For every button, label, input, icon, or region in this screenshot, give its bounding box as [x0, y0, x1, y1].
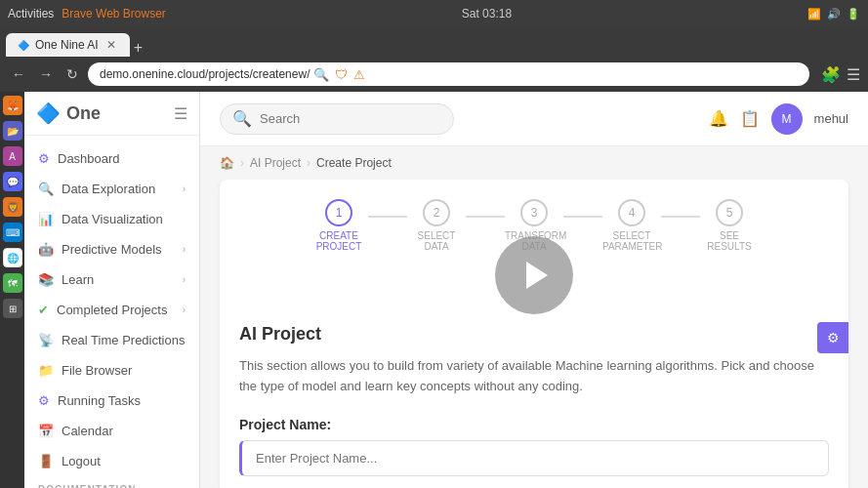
forward-button[interactable]: → [35, 64, 57, 84]
new-tab-button[interactable]: + [130, 39, 146, 57]
os-appstore-icon[interactable]: A [3, 146, 22, 166]
address-bar[interactable]: demo.onenine.cloud/projects/createnew/ 🔍… [88, 62, 809, 86]
step-circle-1: 1 [325, 199, 352, 226]
os-chrome-icon[interactable]: 🌐 [3, 248, 22, 267]
back-button[interactable]: ← [8, 64, 29, 84]
step-2[interactable]: 2 SELECT DATA [407, 199, 466, 252]
step-4[interactable]: 4 SELECT PARAMETER [602, 199, 661, 252]
activities-label[interactable]: Activities [8, 7, 54, 20]
settings-icon: ⚙ [827, 330, 840, 346]
address-text: demo.onenine.cloud/projects/createnew/ [100, 67, 310, 81]
hamburger-menu[interactable]: ☰ [174, 104, 187, 123]
dashboard-label: Dashboard [58, 151, 120, 166]
documentation-section-label: DOCUMENTATION [24, 476, 199, 488]
content-card: 1 CREATE PROJECT 2 SELECT DATA [220, 180, 848, 488]
step-connector-4 [661, 216, 700, 218]
sidebar-item-running-tasks[interactable]: ⚙ Running Tasks [24, 386, 199, 416]
step-number-4: 4 [629, 206, 636, 220]
step-label-5: SEE RESULTS [700, 230, 759, 252]
step-connector-1 [368, 216, 407, 218]
network-icon: 📶 [807, 8, 821, 20]
sidebar-item-completed-projects[interactable]: ✔ Completed Projects › [24, 295, 199, 325]
sidebar-item-file-browser[interactable]: 📁 File Browser [24, 355, 199, 386]
breadcrumb-create-project: Create Project [316, 156, 392, 170]
breadcrumb: 🏠 › AI Project › Create Project [200, 146, 868, 180]
running-tasks-icon: ⚙ [38, 393, 50, 408]
dashboard-icon: ⚙ [38, 151, 50, 166]
play-button[interactable] [495, 236, 573, 314]
content-area: 🔍 🔔 📋 M mehul 🏠 › AI Project › [200, 92, 868, 488]
step-circle-3: 3 [520, 199, 548, 226]
os-maps-icon[interactable]: 🗺 [3, 273, 22, 293]
project-name-input[interactable] [239, 440, 829, 476]
calendar-label: Calendar [62, 424, 113, 438]
bell-button[interactable]: 🔔 [709, 109, 728, 128]
os-grid-icon[interactable]: ⊞ [3, 299, 22, 318]
breadcrumb-ai-project[interactable]: AI Project [250, 156, 301, 170]
floating-settings-button[interactable]: ⚙ [817, 322, 848, 353]
file-browser-label: File Browser [62, 363, 132, 378]
step-label-2: SELECT DATA [407, 230, 466, 252]
shield-icon: 🛡 [335, 67, 348, 82]
breadcrumb-sep-1: › [240, 156, 244, 170]
tab-close-button[interactable]: ✕ [104, 38, 118, 52]
sidebar-item-logout[interactable]: 🚪 Logout [24, 446, 199, 476]
search-input[interactable] [260, 111, 441, 126]
os-vscode-icon[interactable]: ⌨ [3, 223, 22, 242]
step-label-1: CREATE PROJECT [310, 230, 368, 252]
app-header: 🔍 🔔 📋 M mehul [200, 92, 868, 146]
os-firefox-icon[interactable]: 🦊 [3, 96, 22, 115]
content-wrapper: 1 CREATE PROJECT 2 SELECT DATA [220, 180, 848, 488]
step-number-3: 3 [531, 206, 538, 220]
app-sidebar: 🔷 One ☰ ⚙ Dashboard 🔍 Data Exploration ›… [24, 92, 200, 488]
system-topbar: Activities Brave Web Browser Sat 03:18 📶… [0, 0, 868, 27]
step-circle-4: 4 [618, 199, 645, 226]
browser-right-icons: 🧩 ☰ [821, 65, 860, 84]
refresh-button[interactable]: ↻ [62, 64, 82, 84]
extension-icon[interactable]: 🧩 [821, 65, 841, 84]
step-circle-2: 2 [423, 199, 450, 226]
bell-icon: 🔔 [709, 110, 728, 127]
breadcrumb-sep-2: › [307, 156, 310, 170]
os-sidebar: 🦊 📂 A 💬 🦁 ⌨ 🌐 🗺 ⊞ [0, 92, 24, 488]
running-tasks-label: Running Tasks [58, 393, 141, 408]
step-5[interactable]: 5 SEE RESULTS [700, 199, 759, 252]
menu-icon[interactable]: ☰ [847, 65, 860, 84]
sidebar-item-calendar[interactable]: 📅 Calendar [24, 416, 199, 446]
address-bar-icons: 🔍 🛡 ⚠ [313, 67, 365, 82]
home-icon[interactable]: 🏠 [220, 156, 234, 170]
logout-icon: 🚪 [38, 454, 54, 468]
project-name-label: Project Name: [239, 417, 829, 432]
sidebar-item-predictive-models[interactable]: 🤖 Predictive Models › [24, 234, 199, 264]
predictive-models-icon: 🤖 [38, 242, 54, 257]
sidebar-item-data-visualization[interactable]: 📊 Data Visualization [24, 204, 199, 234]
sidebar-item-data-exploration[interactable]: 🔍 Data Exploration › [24, 174, 199, 204]
predictive-models-label: Predictive Models [62, 242, 162, 257]
step-connector-2 [466, 216, 505, 218]
project-title: AI Project [239, 324, 829, 345]
step-label-4: SELECT PARAMETER [602, 230, 661, 252]
avatar: M [771, 103, 803, 135]
tab-title: One Nine AI [35, 38, 99, 52]
sidebar-item-real-time-predictions[interactable]: 📡 Real Time Predictions [24, 325, 199, 355]
topbar-right-icons: 📶 🔊 🔋 [807, 8, 860, 20]
sidebar-item-dashboard[interactable]: ⚙ Dashboard [24, 143, 199, 174]
file-browser-icon: 📁 [38, 363, 54, 378]
chevron-right-icon-3: › [183, 274, 186, 285]
active-tab[interactable]: 🔷 One Nine AI ✕ [6, 33, 130, 57]
battery-icon: 🔋 [847, 8, 860, 20]
logo-icon: 🔷 [36, 102, 61, 125]
address-bar-row: ← → ↻ demo.onenine.cloud/projects/create… [0, 57, 868, 92]
copy-button[interactable]: 📋 [740, 109, 760, 128]
browser-tab-bar: 🔷 One Nine AI ✕ + [0, 27, 868, 57]
os-discord-icon[interactable]: 💬 [3, 172, 22, 191]
step-1[interactable]: 1 CREATE PROJECT [310, 199, 368, 252]
sidebar-logo-area: 🔷 One ☰ [24, 92, 199, 136]
os-files-icon[interactable]: 📂 [3, 121, 22, 141]
sidebar-nav: ⚙ Dashboard 🔍 Data Exploration › 📊 Data … [24, 136, 199, 488]
search-box[interactable]: 🔍 [220, 103, 454, 135]
step-connector-3 [563, 216, 602, 218]
os-brave-icon[interactable]: 🦁 [3, 197, 22, 217]
data-visualization-label: Data Visualization [62, 212, 163, 226]
sidebar-item-learn[interactable]: 📚 Learn › [24, 264, 199, 295]
